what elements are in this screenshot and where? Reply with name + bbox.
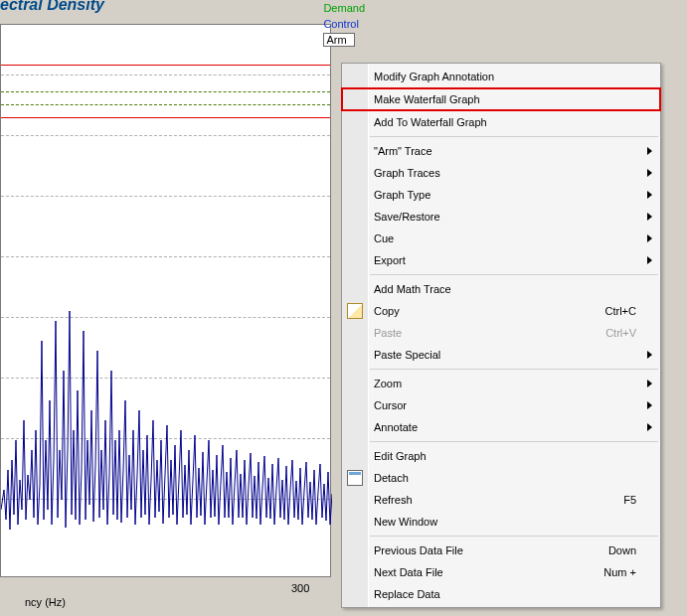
menu-separator xyxy=(370,136,658,137)
copy-icon xyxy=(347,303,363,319)
submenu-arrow-icon xyxy=(647,351,652,359)
menu-label: Modify Graph Annotation xyxy=(374,71,494,82)
menu-graph-type[interactable]: Graph Type xyxy=(342,184,660,206)
menu-prev-data-file[interactable]: Previous Data FileDown xyxy=(342,539,660,561)
menu-label: Edit Graph xyxy=(374,450,427,462)
menu-arm-trace[interactable]: "Arm" Trace xyxy=(342,140,660,162)
submenu-arrow-icon xyxy=(647,169,652,177)
submenu-arrow-icon xyxy=(647,380,652,387)
menu-detach[interactable]: Detach xyxy=(342,467,660,489)
arm-trace xyxy=(1,23,332,576)
legend-arm[interactable]: Arm xyxy=(323,33,355,47)
menu-save-restore[interactable]: Save/Restore xyxy=(342,206,660,228)
menu-paste-special[interactable]: Paste Special xyxy=(342,344,660,366)
menu-annotate[interactable]: Annotate xyxy=(342,416,660,438)
menu-separator xyxy=(370,536,658,537)
menu-label: Cursor xyxy=(374,399,407,411)
menu-label: Detach xyxy=(374,472,409,484)
menu-label: Add Math Trace xyxy=(374,283,451,295)
menu-label: Paste xyxy=(374,327,402,339)
menu-label: Paste Special xyxy=(374,349,440,361)
menu-label: Previous Data File xyxy=(374,544,463,556)
menu-graph-traces[interactable]: Graph Traces xyxy=(342,162,660,184)
legend-control[interactable]: Control xyxy=(323,16,365,32)
menu-label: Copy xyxy=(374,305,400,317)
menu-replace-data[interactable]: Replace Data xyxy=(342,583,660,605)
menu-shortcut: Ctrl+V xyxy=(605,322,636,344)
page-title: ectral Density xyxy=(0,0,104,14)
menu-label: Zoom xyxy=(374,378,402,389)
menu-next-data-file[interactable]: Next Data FileNum + xyxy=(342,561,660,583)
submenu-arrow-icon xyxy=(647,234,652,242)
x-tick-300: 300 xyxy=(291,582,309,594)
menu-add-waterfall[interactable]: Add To Waterfall Graph xyxy=(342,111,660,133)
submenu-arrow-icon xyxy=(647,401,652,409)
menu-label: Export xyxy=(374,254,406,266)
menu-label: Cue xyxy=(374,232,394,244)
menu-label: Next Data File xyxy=(374,566,443,578)
legend: Demand Control Arm xyxy=(323,0,365,48)
x-axis-label: ncy (Hz) xyxy=(25,596,66,608)
menu-cue[interactable]: Cue xyxy=(342,228,660,249)
menu-label: New Window xyxy=(374,516,437,528)
menu-modify-annotation[interactable]: Modify Graph Annotation xyxy=(342,66,660,87)
menu-label: Save/Restore xyxy=(374,211,440,223)
submenu-arrow-icon xyxy=(647,191,652,199)
menu-label: Graph Traces xyxy=(374,167,440,179)
submenu-arrow-icon xyxy=(647,213,652,221)
menu-shortcut: Num + xyxy=(603,561,636,583)
menu-zoom[interactable]: Zoom xyxy=(342,373,660,394)
menu-label: Annotate xyxy=(374,421,418,433)
menu-separator xyxy=(370,441,658,442)
submenu-arrow-icon xyxy=(647,256,652,264)
menu-separator xyxy=(370,369,658,370)
legend-demand[interactable]: Demand xyxy=(323,0,365,16)
submenu-arrow-icon xyxy=(647,423,652,431)
menu-label: Graph Type xyxy=(374,189,430,201)
menu-export[interactable]: Export xyxy=(342,249,660,271)
context-menu: Modify Graph Annotation Make Waterfall G… xyxy=(341,63,661,608)
menu-separator xyxy=(370,274,658,275)
menu-label: Replace Data xyxy=(374,588,440,600)
menu-cursor[interactable]: Cursor xyxy=(342,394,660,416)
menu-label: Add To Waterfall Graph xyxy=(374,116,487,128)
submenu-arrow-icon xyxy=(647,147,652,155)
spectral-plot[interactable] xyxy=(0,24,331,577)
menu-shortcut: Ctrl+C xyxy=(605,300,636,322)
detach-icon xyxy=(347,470,363,486)
menu-refresh[interactable]: RefreshF5 xyxy=(342,489,660,511)
menu-copy[interactable]: CopyCtrl+C xyxy=(342,300,660,322)
app-stage: ectral Density 300 ncy (Hz) Demand Contr… xyxy=(0,0,687,616)
menu-label: Make Waterfall Graph xyxy=(374,93,480,105)
menu-paste: PasteCtrl+V xyxy=(342,322,660,344)
menu-edit-graph[interactable]: Edit Graph xyxy=(342,445,660,467)
menu-shortcut: Down xyxy=(608,539,636,561)
menu-shortcut: F5 xyxy=(623,489,636,511)
menu-label: Refresh xyxy=(374,494,413,506)
menu-label: "Arm" Trace xyxy=(374,145,432,157)
menu-add-math-trace[interactable]: Add Math Trace xyxy=(342,278,660,300)
menu-make-waterfall[interactable]: Make Waterfall Graph xyxy=(341,87,661,111)
menu-new-window[interactable]: New Window xyxy=(342,511,660,533)
